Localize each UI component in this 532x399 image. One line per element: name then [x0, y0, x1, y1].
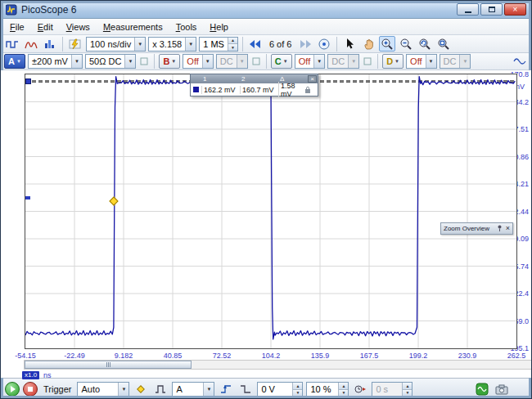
minimize-button[interactable] [457, 3, 479, 16]
channel-a-coupling-select[interactable]: 50Ω DC▼ [85, 54, 136, 69]
ruler-legend[interactable]: 1 2 Δ × 162.2 mV 160.7 mV 1.58 mV [190, 74, 318, 96]
hand-tool-icon[interactable] [360, 36, 376, 52]
rising-edge-icon[interactable] [218, 382, 234, 397]
scrollbar-thumb[interactable] [25, 361, 192, 369]
trigger-label: Trigger [41, 384, 74, 394]
trigger-source-select[interactable]: A▼ [172, 382, 214, 397]
channel-b-button[interactable]: B▼ [159, 54, 180, 69]
menu-item-measurements[interactable]: Measurements [97, 20, 169, 34]
channel-d-button[interactable]: D▼ [382, 54, 404, 69]
x-axis-label: -22.49 [56, 352, 92, 360]
menu-item-edit[interactable]: Edit [31, 20, 60, 34]
scope-view-icon[interactable] [4, 36, 20, 52]
menu-item-tools[interactable]: Tools [169, 20, 204, 34]
ruler-handle[interactable] [25, 78, 31, 84]
zoom-out-tool-icon[interactable] [398, 36, 414, 52]
zoom-in-tool-icon[interactable] [379, 36, 395, 52]
scope-view: 170.8134.297.5160.8624.21-12.44-49.09-85… [1, 70, 531, 378]
channels-toolbar: A▼ ±200 mV▼ 50Ω DC▼ B▼ Off▼ DC▼ C▼ Off▼ … [1, 53, 531, 70]
app-icon [6, 4, 17, 16]
channel-b-coupling-select: DC▼ [216, 54, 248, 69]
main-toolbar: 100 ns/div▼ x 3.158▼ 1 MS▲▼ 6 of 6 [1, 35, 531, 53]
awg-icon[interactable] [512, 54, 528, 69]
channel-a-options-icon[interactable] [138, 55, 150, 68]
x-axis-label: 230.9 [449, 352, 485, 360]
channel-b-options-icon[interactable] [250, 55, 262, 68]
falling-edge-icon[interactable] [237, 382, 254, 397]
next-buffer-button[interactable] [297, 36, 313, 52]
zoom-factor-select[interactable]: x 3.158▼ [148, 37, 196, 52]
x-axis-unit: ns [43, 371, 52, 379]
lock-icon[interactable] [304, 86, 311, 94]
channel-a-swatch [193, 87, 199, 92]
title-bar[interactable]: PicoScope 6 × [1, 1, 531, 19]
undo-zoom-tool-icon[interactable] [417, 36, 433, 52]
advanced-trigger-icon[interactable] [152, 382, 169, 397]
window-title: PicoScope 6 [21, 4, 76, 16]
ruler-col-1: 1 [201, 75, 240, 83]
ruler-legend-close-icon[interactable]: × [308, 75, 317, 83]
x-axis-label: 135.9 [302, 352, 338, 360]
persistence-view-icon[interactable] [42, 36, 58, 52]
x-axis-label: 104.2 [253, 352, 289, 360]
trigger-level-stepper[interactable]: 0 V▲▼ [257, 382, 303, 397]
channel-b-range-select[interactable]: Off▼ [183, 54, 213, 69]
close-button[interactable]: × [504, 3, 526, 16]
channel-c-button[interactable]: C▼ [271, 54, 292, 69]
prev-buffer-button[interactable] [247, 36, 264, 52]
waveform-plot[interactable] [25, 74, 517, 349]
ruler-col-2: 2 [240, 75, 278, 83]
menu-bar: FileEditViewsMeasurementsToolsHelp [1, 19, 531, 35]
channel-c-range-select[interactable]: Off▼ [295, 54, 325, 69]
x-axis-label: 72.52 [204, 352, 240, 360]
zoom-overview-title: Zoom Overview [444, 225, 489, 232]
channel-c-coupling-select: DC▼ [327, 54, 359, 69]
trigger-toolbar: Trigger Auto▼ A▼ 0 V▲▼ 10 %▲▼ 0 s▲▼ [1, 378, 531, 399]
timebase-select[interactable]: 100 ns/div▼ [86, 37, 146, 52]
auto-setup-icon[interactable] [67, 36, 83, 52]
ruler-delta-value: 1.58 mV [278, 82, 304, 98]
zoom-level-badge: x1.0 [22, 371, 39, 379]
channel-a-range-select[interactable]: ±200 mV▼ [28, 54, 83, 69]
channel-d-range-select[interactable]: Off▼ [406, 54, 436, 69]
channel-d-coupling-select: DC▼ [440, 54, 471, 69]
x-axis-label: 40.85 [155, 352, 191, 360]
ruler-1-value: 162.2 mV [201, 86, 240, 94]
pointer-tool-icon[interactable] [341, 36, 358, 52]
x-axis-label: 9.182 [106, 352, 142, 360]
horizontal-scrollbar[interactable] [24, 360, 532, 370]
x-axis-label: -54.15 [7, 352, 43, 360]
samples-stepper[interactable]: 1 MS▲▼ [199, 37, 238, 52]
go-button[interactable] [5, 382, 20, 397]
buffer-overview-icon[interactable] [316, 36, 332, 52]
trigger-mode-select[interactable]: Auto▼ [77, 382, 129, 397]
menu-item-help[interactable]: Help [203, 20, 235, 34]
buffer-index: 6 of 6 [266, 39, 295, 49]
trigger-marker-icon[interactable] [133, 382, 149, 397]
zoom-overview-close-icon[interactable]: × [506, 225, 510, 232]
channel-c-options-icon[interactable] [362, 55, 373, 68]
camera-icon[interactable] [494, 382, 510, 397]
picoscope-window: PicoScope 6 × FileEditViewsMeasurementsT… [0, 0, 532, 399]
trigger-delay-stepper: 0 s▲▼ [372, 382, 413, 397]
zoom-full-tool-icon[interactable] [435, 36, 452, 52]
stop-button[interactable] [23, 382, 38, 397]
x-axis-label: 262.5 [498, 352, 532, 360]
zoom-overview-panel[interactable]: Zoom Overview × [440, 222, 513, 235]
x-axis-label: 167.5 [351, 352, 387, 360]
x-axis-label: 199.2 [400, 352, 436, 360]
channel-a-button[interactable]: A▼ [4, 54, 25, 69]
pretrigger-stepper[interactable]: 10 %▲▼ [306, 382, 349, 397]
menu-item-views[interactable]: Views [60, 20, 97, 34]
channel-a-zero-marker[interactable] [25, 196, 30, 200]
ruler-legend-row: 162.2 mV 160.7 mV 1.58 mV [191, 83, 318, 96]
pin-icon[interactable] [497, 225, 503, 233]
ruler-2-value: 160.7 mV [240, 86, 278, 94]
menu-item-file[interactable]: File [3, 20, 31, 34]
signal-generator-icon[interactable] [474, 382, 490, 397]
post-trigger-delay-icon[interactable] [352, 382, 368, 397]
spectrum-view-icon[interactable] [23, 36, 39, 52]
maximize-button[interactable] [480, 3, 503, 16]
